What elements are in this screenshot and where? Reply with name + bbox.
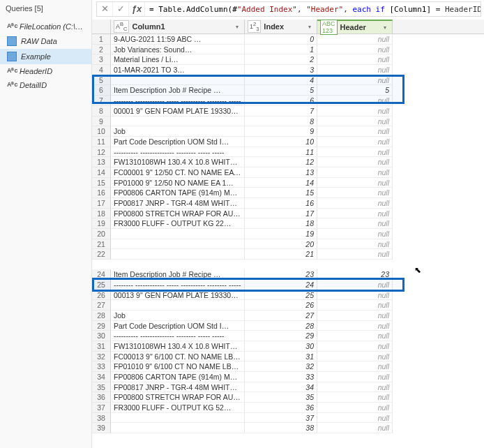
row-number-header[interactable]: [92, 20, 111, 33]
cell-column1[interactable]: 00001 9" GEN FOAM PLATE 193309 000…: [111, 106, 245, 117]
table-row[interactable]: 54null: [92, 75, 484, 86]
row-number[interactable]: 11: [92, 137, 111, 147]
cell-header[interactable]: null: [317, 106, 393, 117]
cell-header[interactable]: null: [317, 413, 393, 424]
table-row[interactable]: 37 FR3000 FLUFF - OUTPUT KG 52…36null: [92, 403, 484, 413]
cell-header[interactable]: null: [317, 392, 393, 403]
row-number[interactable]: 1: [92, 34, 111, 45]
cell-column1[interactable]: [111, 239, 245, 250]
cell-header[interactable]: null: [317, 382, 393, 393]
row-number[interactable]: 35: [92, 382, 111, 393]
row-number[interactable]: 16: [92, 188, 111, 198]
cell-column1[interactable]: FW1310108WH 130.4 X 10.8 WHITE KG …: [111, 341, 245, 352]
cell-column1[interactable]: Job: [111, 311, 245, 321]
table-row[interactable]: 2726null: [92, 300, 484, 311]
cell-header[interactable]: null: [317, 423, 393, 433]
query-item-2[interactable]: Example: [0, 49, 91, 64]
cell-header[interactable]: null: [317, 403, 393, 413]
cell-header[interactable]: null: [317, 198, 393, 209]
cell-column1[interactable]: 9-AUG-2021 11:59 ABC …: [111, 34, 245, 45]
cell-column1[interactable]: Item Description Job # Recipe …: [111, 269, 245, 280]
cell-header[interactable]: null: [317, 117, 393, 127]
row-number[interactable]: 17: [92, 198, 111, 209]
cell-index[interactable]: 4: [245, 75, 317, 86]
cell-index[interactable]: 9: [245, 126, 317, 137]
table-row[interactable]: 3837null: [92, 413, 484, 424]
cell-index[interactable]: 29: [245, 331, 317, 341]
cell-column1[interactable]: ---------- -------------- -------- -----…: [111, 331, 245, 341]
cell-index[interactable]: 2: [245, 54, 317, 65]
row-number[interactable]: 20: [92, 229, 111, 239]
table-row[interactable]: 36 FP00800 STRETCH WRAP FOR AUTOMATI…35n…: [92, 392, 484, 403]
row-number[interactable]: 4: [92, 65, 111, 75]
row-number[interactable]: 37: [92, 403, 111, 413]
cell-column1[interactable]: FR3000 FLUFF - OUTPUT KG 22…: [111, 218, 245, 229]
row-number[interactable]: 28: [92, 311, 111, 321]
cell-column1[interactable]: FP00806 CARTON TAPE (914m) MTR …: [111, 372, 245, 382]
filter-icon[interactable]: ▾: [305, 22, 314, 31]
cell-index[interactable]: 34: [245, 382, 317, 393]
cell-index[interactable]: 15: [245, 188, 317, 198]
cell-index[interactable]: 6: [245, 96, 317, 106]
table-row[interactable]: 30 ---------- -------------- -------- --…: [92, 331, 484, 341]
cell-column1[interactable]: Job Variances: Sound…: [111, 45, 245, 55]
column-header-index[interactable]: 123 Index ▾: [245, 20, 317, 33]
cell-column1[interactable]: FP00817 JNRP - TGR-4 48M WHITE EA …: [111, 382, 245, 393]
cell-header[interactable]: null: [317, 209, 393, 219]
row-number[interactable]: 5: [92, 75, 111, 86]
row-number[interactable]: 34: [92, 372, 111, 382]
row-number[interactable]: 31: [92, 341, 111, 352]
cell-index[interactable]: 26: [245, 300, 317, 311]
table-row[interactable]: 24Item Description Job # Recipe …2323: [92, 269, 484, 280]
cell-index[interactable]: 32: [245, 361, 317, 372]
row-number[interactable]: 29: [92, 321, 111, 331]
cell-index[interactable]: 27: [245, 311, 317, 321]
cell-index[interactable]: 21: [245, 249, 317, 260]
cell-column1[interactable]: FR3000 FLUFF - OUTPUT KG 52…: [111, 403, 245, 413]
row-number[interactable]: 13: [92, 157, 111, 167]
cell-index[interactable]: 14: [245, 178, 317, 188]
cell-column1[interactable]: FW1310108WH 130.4 X 10.8 WHITE KG …: [111, 157, 245, 167]
cell-column1[interactable]: FP00817 JNRP - TGR-4 48M WHITE EA …: [111, 198, 245, 209]
cell-index[interactable]: 25: [245, 290, 317, 301]
table-row[interactable]: 12 ---------- -------------- -------- --…: [92, 147, 484, 158]
cell-column1[interactable]: [111, 75, 245, 86]
column-header-column1[interactable]: ABC Column1 ▾: [111, 20, 245, 33]
row-number[interactable]: 32: [92, 352, 111, 362]
table-row[interactable]: 3 Material Lines / Li…2null: [92, 54, 484, 65]
row-number[interactable]: 6: [92, 85, 111, 96]
row-number[interactable]: 39: [92, 423, 111, 433]
cell-header[interactable]: null: [317, 147, 393, 158]
cell-header[interactable]: null: [317, 167, 393, 178]
table-row[interactable]: 34 FP00806 CARTON TAPE (914m) MTR …33nul…: [92, 372, 484, 382]
cell-column1[interactable]: 00013 9" GEN FOAM PLATE 193305 000…: [111, 290, 245, 301]
row-number[interactable]: 10: [92, 126, 111, 137]
table-row[interactable]: 2221null: [92, 249, 484, 260]
table-row[interactable]: 33 FP01010 9" 6/100 CT NO NAME LBL EA …3…: [92, 361, 484, 372]
row-number[interactable]: 33: [92, 361, 111, 372]
row-number[interactable]: 3: [92, 54, 111, 65]
cell-index[interactable]: 8: [245, 117, 317, 127]
row-number[interactable]: 9: [92, 117, 111, 127]
cell-header[interactable]: null: [317, 96, 393, 106]
row-number[interactable]: 12: [92, 147, 111, 158]
row-number[interactable]: 7: [92, 96, 111, 106]
row-number[interactable]: 38: [92, 413, 111, 424]
cell-header[interactable]: null: [317, 331, 393, 341]
table-row[interactable]: 17 FP00817 JNRP - TGR-4 48M WHITE EA …16…: [92, 198, 484, 209]
cell-header[interactable]: null: [317, 157, 393, 167]
cell-header[interactable]: null: [317, 178, 393, 188]
cell-column1[interactable]: FP00806 CARTON TAPE (914m) MTR …: [111, 188, 245, 198]
cell-column1[interactable]: 01-MAR-2021 TO 3…: [111, 65, 245, 75]
table-row[interactable]: 19-AUG-2021 11:59 ABC …0null: [92, 34, 484, 45]
cell-header[interactable]: 5: [317, 85, 393, 96]
cell-header[interactable]: null: [317, 218, 393, 229]
formula-text[interactable]: = Table.AddColumn(#"Added Index", "Heade…: [145, 5, 481, 14]
cell-header[interactable]: null: [317, 65, 393, 75]
row-number[interactable]: 21: [92, 239, 111, 250]
cell-index[interactable]: 16: [245, 198, 317, 209]
table-row[interactable]: 35 FP00817 JNRP - TGR-4 48M WHITE EA …34…: [92, 382, 484, 393]
cell-column1[interactable]: Material Lines / Li…: [111, 54, 245, 65]
table-row[interactable]: 6Item Description Job # Recipe …55: [92, 85, 484, 96]
cell-column1[interactable]: -------- ------------ ----- ---------- -…: [111, 96, 245, 106]
